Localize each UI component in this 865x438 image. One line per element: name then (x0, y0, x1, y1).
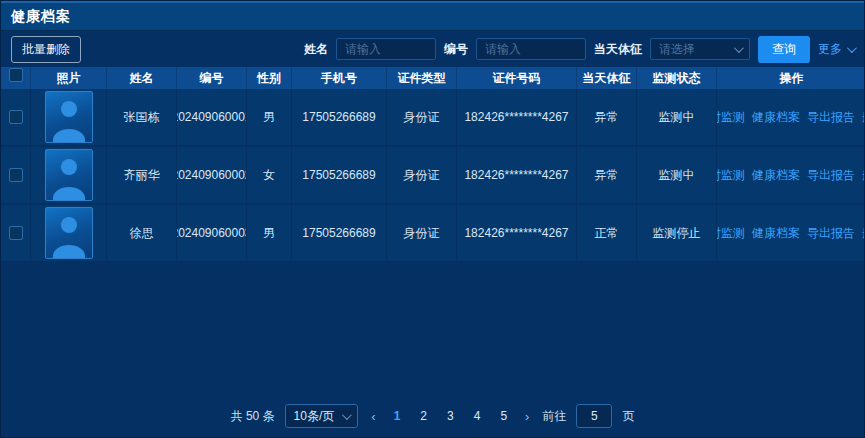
cell-select (1, 205, 31, 261)
table-body: 张国栋 202409060001 男 17505266689 身份证 18242… (1, 89, 864, 399)
vitals-select-placeholder: 请选择 (659, 41, 695, 58)
page-title: 健康档案 (11, 8, 71, 26)
avatar (45, 91, 93, 143)
pagination-bar: 共 50 条 10条/页 ‹ 1 2 3 4 5 › 前往 页 (1, 399, 864, 437)
column-header-phone: 手机号 (292, 67, 387, 89)
cell-phone: 17505266689 (292, 89, 387, 145)
action-realtime-monitor[interactable]: 实时监测 (717, 109, 745, 126)
cell-name: 齐丽华 (107, 147, 177, 203)
action-health-record[interactable]: 健康档案 (752, 225, 800, 242)
batch-delete-button[interactable]: 批量删除 (11, 36, 81, 63)
vitals-filter-select[interactable]: 请选择 (650, 38, 750, 60)
cell-id-type: 身份证 (387, 147, 457, 203)
action-export-report[interactable]: 导出报告 (807, 109, 855, 126)
row-checkbox[interactable] (9, 168, 23, 182)
more-button[interactable]: 更多 (818, 41, 854, 58)
avatar-torso-shape (53, 245, 85, 259)
cell-phone: 17505266689 (292, 147, 387, 203)
chevron-down-icon (342, 410, 352, 420)
records-table: 照片 姓名 编号 性别 手机号 证件类型 证件号码 当天体征 监测状态 操作 张… (1, 67, 864, 399)
cell-vitals: 异常 (577, 147, 637, 203)
avatar-head-shape (61, 101, 77, 117)
action-export-report[interactable]: 导出报告 (807, 225, 855, 242)
action-export-report[interactable]: 导出报告 (807, 167, 855, 184)
cell-id-number: 182426********4267 (457, 89, 577, 145)
avatar (45, 207, 93, 259)
goto-page-input[interactable] (576, 404, 612, 428)
page-button-5[interactable]: 5 (495, 409, 512, 423)
cell-code: 202409060002 (177, 147, 247, 203)
cell-code: 202409060003 (177, 205, 247, 261)
name-filter-label: 姓名 (304, 41, 328, 58)
cell-photo (31, 89, 107, 145)
query-button[interactable]: 查询 (758, 36, 810, 63)
total-count: 共 50 条 (231, 408, 275, 425)
avatar-head-shape (61, 217, 77, 233)
cell-vitals: 异常 (577, 89, 637, 145)
next-page-icon[interactable]: › (522, 409, 532, 424)
table-header-row: 照片 姓名 编号 性别 手机号 证件类型 证件号码 当天体征 监测状态 操作 (1, 67, 864, 89)
avatar (45, 149, 93, 201)
title-bar: 健康档案 (1, 1, 864, 31)
toolbar: 批量删除 姓名 编号 当天体征 请选择 查询 更多 (1, 31, 864, 65)
table-row: 徐思 202409060003 男 17505266689 身份证 182426… (1, 205, 864, 261)
cell-status: 监测中 (637, 147, 717, 203)
row-checkbox[interactable] (9, 110, 23, 124)
goto-suffix: 页 (622, 408, 634, 425)
select-all-checkbox[interactable] (9, 68, 23, 82)
cell-phone: 17505266689 (292, 205, 387, 261)
cell-id-type: 身份证 (387, 205, 457, 261)
column-header-photo: 照片 (31, 67, 107, 89)
column-header-id-number: 证件号码 (457, 67, 577, 89)
cell-name: 徐思 (107, 205, 177, 261)
chevron-down-icon (847, 43, 857, 53)
cell-id-type: 身份证 (387, 89, 457, 145)
cell-operations: 实时监测 健康档案 导出报告 删除 (717, 147, 864, 203)
cell-select (1, 147, 31, 203)
action-delete[interactable]: 删除 (862, 167, 864, 184)
cell-code: 202409060001 (177, 89, 247, 145)
column-header-id-type: 证件类型 (387, 67, 457, 89)
cell-operations: 实时监测 健康档案 导出报告 删除 (717, 89, 864, 145)
page-button-4[interactable]: 4 (469, 409, 486, 423)
goto-label: 前往 (542, 408, 566, 425)
avatar-torso-shape (53, 187, 85, 201)
avatar-torso-shape (53, 129, 85, 143)
cell-gender: 女 (247, 147, 292, 203)
action-health-record[interactable]: 健康档案 (752, 167, 800, 184)
action-realtime-monitor[interactable]: 实时监测 (717, 225, 745, 242)
prev-page-icon[interactable]: ‹ (368, 409, 378, 424)
column-header-status: 监测状态 (637, 67, 717, 89)
column-header-code: 编号 (177, 67, 247, 89)
column-header-vitals: 当天体征 (577, 67, 637, 89)
cell-photo (31, 205, 107, 261)
page-size-select[interactable]: 10条/页 (285, 404, 359, 428)
chevron-down-icon (734, 43, 744, 53)
health-records-app: 健康档案 批量删除 姓名 编号 当天体征 请选择 查询 更多 照片 姓名 (0, 0, 865, 438)
more-label: 更多 (818, 41, 842, 58)
action-delete[interactable]: 删除 (862, 225, 864, 242)
avatar-head-shape (61, 159, 77, 175)
filter-bar: 姓名 编号 当天体征 请选择 查询 更多 (304, 36, 854, 63)
table-row: 齐丽华 202409060002 女 17505266689 身份证 18242… (1, 147, 864, 203)
select-all-header (1, 67, 31, 89)
cell-status: 监测中 (637, 89, 717, 145)
cell-vitals: 正常 (577, 205, 637, 261)
table-row: 张国栋 202409060001 男 17505266689 身份证 18242… (1, 89, 864, 145)
action-health-record[interactable]: 健康档案 (752, 109, 800, 126)
page-button-2[interactable]: 2 (415, 409, 432, 423)
page-button-3[interactable]: 3 (442, 409, 459, 423)
action-realtime-monitor[interactable]: 实时监测 (717, 167, 745, 184)
cell-name: 张国栋 (107, 89, 177, 145)
cell-gender: 男 (247, 205, 292, 261)
cell-operations: 实时监测 健康档案 导出报告 删除 (717, 205, 864, 261)
page-button-1[interactable]: 1 (389, 409, 406, 423)
name-filter-input[interactable] (336, 38, 436, 60)
action-delete[interactable]: 删除 (862, 109, 864, 126)
cell-id-number: 182426********4267 (457, 147, 577, 203)
cell-gender: 男 (247, 89, 292, 145)
code-filter-input[interactable] (476, 38, 586, 60)
column-header-gender: 性别 (247, 67, 292, 89)
row-checkbox[interactable] (9, 226, 23, 240)
page-size-value: 10条/页 (294, 408, 335, 425)
